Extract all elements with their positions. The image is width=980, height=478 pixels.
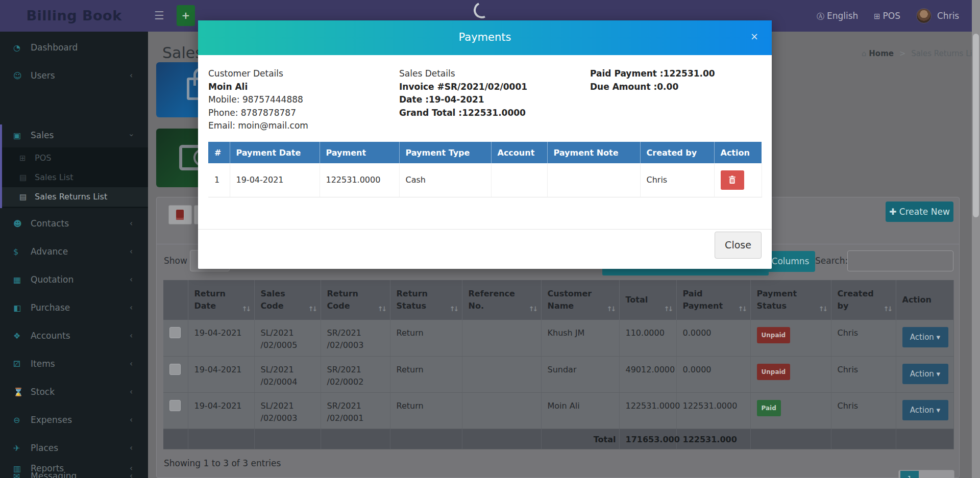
row-action-button[interactable]: Action ▾ xyxy=(902,327,948,347)
row-action-button[interactable]: Action ▾ xyxy=(902,364,948,384)
chevron-left-icon: ‹ xyxy=(130,297,133,318)
customer-phone: Phone: 8787878787 xyxy=(208,107,392,120)
hamburger-menu-icon[interactable]: ☰ xyxy=(154,0,164,32)
columns-button[interactable]: Columns xyxy=(766,251,815,272)
pagination-page-1[interactable]: 1 xyxy=(900,471,919,478)
username-label: Chris xyxy=(937,11,959,21)
stock-icon: ⌛ xyxy=(13,382,31,403)
sidebar-item-accounts[interactable]: ❖Accounts ‹ xyxy=(0,325,148,346)
sort-icon[interactable]: ↑↓ xyxy=(819,305,827,313)
col-return-status[interactable]: Return Status↑↓ xyxy=(390,280,462,320)
reports-icon: ▥ xyxy=(13,458,31,478)
chevron-left-icon: ‹ xyxy=(130,65,133,86)
sort-icon[interactable]: ↑↓ xyxy=(529,305,537,313)
table-row: 19-04-2021 SL/2021 /02/0004 SR/2021 /02/… xyxy=(163,356,953,392)
invoice-number: Invoice #SR/2021/02/0001 xyxy=(399,81,583,94)
create-new-button[interactable]: ✚ Create New xyxy=(886,202,953,222)
sidebar-item-items[interactable]: ⚂Items ‹ xyxy=(0,353,148,374)
customer-details-block: Customer Details Moin Ali Mobile: 987574… xyxy=(208,67,392,133)
close-button[interactable]: Close xyxy=(715,232,762,259)
pagination[interactable]: 1 xyxy=(898,470,954,478)
expenses-icon: ⊖ xyxy=(13,410,31,431)
sidebar-item-dashboard[interactable]: ◔Dashboard xyxy=(0,37,148,58)
payments-modal: Payments × Customer Details Moin Ali Mob… xyxy=(198,20,772,269)
user-avatar[interactable] xyxy=(916,8,932,23)
row-checkbox[interactable] xyxy=(169,327,181,338)
sort-icon[interactable]: ↑↓ xyxy=(242,305,250,313)
sort-icon[interactable]: ↑↓ xyxy=(738,305,746,313)
sort-icon[interactable]: ↑↓ xyxy=(664,305,672,313)
chevron-left-icon: ‹ xyxy=(130,241,133,262)
sidebar-item-contacts[interactable]: ☻Contacts ‹ xyxy=(0,213,148,234)
sidebar-item-sales-returns-list[interactable]: ▤Sales Returns List xyxy=(2,187,148,207)
close-icon[interactable]: × xyxy=(750,31,758,42)
col-customer-name[interactable]: Customer Name↑↓ xyxy=(541,280,619,320)
items-icon: ⚂ xyxy=(13,354,31,375)
col-reference-no[interactable]: Reference No.↑↓ xyxy=(462,280,541,320)
table-footer-row: Total 171653.000 122531.000 xyxy=(163,429,953,449)
chevron-left-icon: ‹ xyxy=(130,458,133,478)
col-payment: Payment xyxy=(320,142,399,163)
sidebar-item-places[interactable]: ✈Places ‹ xyxy=(0,437,148,459)
delete-payment-button[interactable] xyxy=(721,170,744,190)
language-selector[interactable]: ⒶEnglish xyxy=(817,0,858,32)
breadcrumb-home-link[interactable]: Home xyxy=(869,49,894,58)
scrollbar-thumb[interactable] xyxy=(973,34,979,217)
sidebar-item-purchase[interactable]: ◧Purchase ‹ xyxy=(0,297,148,318)
sidebar-item-quotation[interactable]: ▦Quotation ‹ xyxy=(0,269,148,290)
sidebar-item-reports[interactable]: ▥Reports ‹ xyxy=(0,458,148,478)
col-payment-date: Payment Date xyxy=(230,142,320,163)
table-row: 19-04-2021 SL/2021 /02/0003 SR/2021 /02/… xyxy=(163,392,953,429)
breadcrumb-separator: > xyxy=(899,49,906,58)
col-return-date[interactable]: Return Date↑↓ xyxy=(188,280,254,320)
row-action-button[interactable]: Action ▾ xyxy=(902,400,948,420)
col-total[interactable]: Total↑↓ xyxy=(619,280,676,320)
sort-icon[interactable]: ↑↓ xyxy=(884,305,892,313)
app-logo: Billing Book xyxy=(0,0,148,32)
export-buttons-strip[interactable] xyxy=(602,269,769,275)
chevron-down-icon: ‹ xyxy=(120,134,142,137)
sort-icon[interactable]: ↑↓ xyxy=(378,305,386,313)
places-icon: ✈ xyxy=(13,438,31,459)
users-icon: ☺ xyxy=(13,65,31,87)
table-row: 19-04-2021 SL/2021 /02/0005 SR/2021 /02/… xyxy=(163,320,953,356)
quick-add-button[interactable]: + xyxy=(177,5,195,26)
sidebar-item-pos[interactable]: ⊞POS xyxy=(2,148,148,168)
pos-icon: ⊞ xyxy=(19,148,35,168)
pos-nav-button[interactable]: ⊞POS xyxy=(874,0,900,32)
sidebar-item-stock[interactable]: ⌛Stock ‹ xyxy=(0,381,148,402)
table-header-row: Return Date↑↓ Sales Code↑↓ Return Code↑↓… xyxy=(163,280,953,320)
sort-icon[interactable]: ↑↓ xyxy=(450,305,458,313)
search-input[interactable] xyxy=(847,250,953,271)
sort-icon[interactable]: ↑↓ xyxy=(308,305,316,313)
footer-total-value: 171653.000 xyxy=(619,429,676,449)
dashboard-icon: ◔ xyxy=(13,37,31,59)
chevron-left-icon: ‹ xyxy=(130,269,133,290)
col-created-by[interactable]: Created by↑↓ xyxy=(831,280,896,320)
col-action: Action xyxy=(714,142,762,163)
sidebar-item-sales-list[interactable]: ▤Sales List xyxy=(2,168,148,187)
col-return-code[interactable]: Return Code↑↓ xyxy=(321,280,390,320)
customer-details-heading: Customer Details xyxy=(208,67,392,81)
export-pdf-button[interactable] xyxy=(168,205,192,224)
sidebar-item-sales[interactable]: ▣Sales ‹ xyxy=(0,124,148,146)
select-all-header xyxy=(163,280,188,320)
advance-icon: $ xyxy=(13,241,31,263)
sidebar-item-expenses[interactable]: ⊖Expenses ‹ xyxy=(0,409,148,431)
sales-date: Date :19-04-2021 xyxy=(399,93,583,107)
sidebar-item-users[interactable]: ☺Users ‹ xyxy=(0,65,148,86)
sidebar-item-advance[interactable]: $Advance ‹ xyxy=(0,241,148,262)
col-sales-code[interactable]: Sales Code↑↓ xyxy=(254,280,321,320)
row-checkbox[interactable] xyxy=(169,400,181,411)
showing-entries-text: Showing 1 to 3 of 3 entries xyxy=(164,458,281,468)
col-payment-note: Payment Note xyxy=(547,142,640,163)
col-paid-payment[interactable]: Paid Payment↑↓ xyxy=(676,280,750,320)
payments-table: # Payment Date Payment Payment Type Acco… xyxy=(208,142,762,197)
chevron-left-icon: ‹ xyxy=(130,353,133,374)
sort-icon[interactable]: ↑↓ xyxy=(607,305,615,313)
col-payment-status[interactable]: Payment Status↑↓ xyxy=(750,280,831,320)
user-menu[interactable]: Chris xyxy=(937,0,959,32)
row-checkbox[interactable] xyxy=(169,364,181,375)
language-label: English xyxy=(827,11,858,21)
search-label: Search: xyxy=(815,256,848,266)
